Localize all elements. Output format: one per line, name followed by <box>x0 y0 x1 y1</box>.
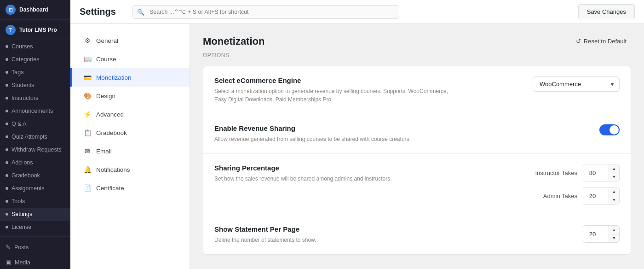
sidebar-item-add-ons[interactable]: Add-ons <box>0 156 70 169</box>
settings-nav-label: Monetization <box>96 74 132 81</box>
sidebar-item-withdraw-requests[interactable]: Withdraw Requests <box>0 143 70 156</box>
sidebar-item-label: Withdraw Requests <box>12 146 61 153</box>
settings-nav-item-course[interactable]: 📖Course <box>70 50 190 68</box>
course-icon: 📖 <box>83 55 92 63</box>
settings-nav-label: Design <box>96 93 115 99</box>
sidebar-item-students[interactable]: Students <box>0 79 70 92</box>
admin-decrement-button[interactable]: ▼ <box>609 196 619 204</box>
settings-nav-item-email[interactable]: ✉Email <box>70 142 190 160</box>
dashboard-label[interactable]: Dashboard <box>19 6 48 13</box>
admin-takes-field: Admin Takes ▲ ▼ <box>543 187 620 205</box>
sidebar-item-posts[interactable]: ✎ Posts <box>0 240 70 255</box>
admin-spinners: ▲ ▼ <box>609 187 619 204</box>
sidebar-item-gradebook[interactable]: Gradebook <box>0 169 70 182</box>
sidebar-item-label: Gradebook <box>12 172 40 179</box>
monetization-title: Monetization <box>203 35 264 47</box>
revenue-sharing-card: Enable Revenue Sharing Allow revenue gen… <box>203 114 631 154</box>
show-statement-card: Show Statement Per Page Define the numbe… <box>203 215 631 254</box>
revenue-sharing-info: Enable Revenue Sharing Allow revenue gen… <box>214 124 590 143</box>
sidebar-item-courses[interactable]: Courses <box>0 40 70 53</box>
sidebar-item-settings[interactable]: Settings <box>0 208 70 221</box>
revenue-sharing-toggle[interactable] <box>599 124 620 135</box>
ecommerce-engine-desc: Select a monetization option to generate… <box>214 87 454 104</box>
instructor-takes-input[interactable] <box>583 166 609 180</box>
sidebar-dot <box>6 226 8 228</box>
revenue-sharing-row: Enable Revenue Sharing Allow revenue gen… <box>214 124 620 143</box>
plugin-header: T Tutor LMS Pro <box>0 20 70 40</box>
statement-decrement-button[interactable]: ▼ <box>609 234 619 242</box>
save-button[interactable]: Save Changes <box>578 4 635 19</box>
sidebar-item-label: Settings <box>12 211 32 217</box>
topbar: Settings 🔍 Save Changes <box>70 0 644 24</box>
settings-nav-item-notifications[interactable]: 🔔Notifications <box>70 160 190 179</box>
sidebar-item-instructors[interactable]: Instructors <box>0 92 70 105</box>
search-bar: 🔍 <box>132 5 399 19</box>
sidebar-item-quiz-attempts[interactable]: Quiz Attempts <box>0 130 70 143</box>
media-icon: ▣ <box>6 259 11 266</box>
sidebar-item-categories[interactable]: Categories <box>0 53 70 66</box>
settings-nav-item-advanced[interactable]: ⚡Advanced <box>70 105 190 123</box>
sidebar-item-label: Students <box>12 82 34 88</box>
sidebar-item-label: Instructors <box>12 95 38 101</box>
ecommerce-engine-title: Select eCommerce Engine <box>214 76 523 84</box>
admin-takes-input-wrap: ▲ ▼ <box>583 187 620 205</box>
sharing-percentage-info: Sharing Percentage Set how the sales rev… <box>214 164 526 183</box>
search-wrapper: 🔍 <box>132 5 399 19</box>
ecommerce-engine-select[interactable]: WooCommerce Easy Digital Downloads Paid … <box>533 76 620 92</box>
sidebar-item-label: Q & A <box>12 121 27 127</box>
sidebar-item-label: Quiz Attempts <box>12 134 47 140</box>
settings-header: Monetization ↺ Reset to Default <box>203 35 631 47</box>
sidebar: ⊞ Dashboard T Tutor LMS Pro CoursesCateg… <box>0 0 70 269</box>
sidebar-item-media[interactable]: ▣ Media <box>0 255 70 269</box>
instructor-decrement-button[interactable]: ▼ <box>609 173 619 181</box>
reset-to-default-button[interactable]: ↺ Reset to Default <box>571 35 631 47</box>
sidebar-item-qa[interactable]: Q & A <box>0 117 70 130</box>
sidebar-nav: CoursesCategoriesTagsStudentsInstructors… <box>0 40 70 234</box>
sidebar-item-label: Assignments <box>12 185 45 192</box>
search-icon: 🔍 <box>137 8 144 15</box>
sidebar-item-label: Categories <box>12 56 39 63</box>
instructor-takes-label: Instructor Takes <box>535 170 577 176</box>
search-input[interactable] <box>132 5 399 19</box>
instructor-takes-input-wrap: ▲ ▼ <box>583 164 620 181</box>
show-statement-input[interactable] <box>583 227 609 241</box>
sidebar-dot <box>6 97 8 99</box>
sharing-percentage-desc: Set how the sales revenue will be shared… <box>214 175 454 183</box>
instructor-increment-button[interactable]: ▲ <box>609 164 619 173</box>
reset-label: Reset to Default <box>584 38 627 45</box>
show-statement-input-wrap: ▲ ▼ <box>583 225 620 243</box>
plugin-label[interactable]: Tutor LMS Pro <box>19 27 57 33</box>
sidebar-item-tools[interactable]: Tools <box>0 195 70 208</box>
settings-nav-item-certificate[interactable]: 📄Certificate <box>70 179 190 197</box>
sidebar-item-assignments[interactable]: Assignments <box>0 182 70 195</box>
sidebar-item-announcements[interactable]: Announcements <box>0 105 70 117</box>
email-icon: ✉ <box>83 147 92 155</box>
sidebar-dot <box>6 161 8 164</box>
settings-nav-item-gradebook[interactable]: 📋Gradebook <box>70 123 190 142</box>
settings-nav-item-monetization[interactable]: 💳Monetization <box>70 68 190 87</box>
sidebar-item-label: Add-ons <box>12 159 33 166</box>
admin-takes-label: Admin Takes <box>543 193 577 199</box>
gradebook-icon: 📋 <box>83 129 92 137</box>
settings-nav-item-general[interactable]: ⚙General <box>70 31 190 50</box>
show-statement-info: Show Statement Per Page Define the numbe… <box>214 225 574 244</box>
sidebar-item-tags[interactable]: Tags <box>0 66 70 79</box>
show-statement-title: Show Statement Per Page <box>214 225 574 233</box>
sidebar-item-label: Tools <box>12 198 25 205</box>
sidebar-item-label: License <box>12 224 31 230</box>
sidebar-divider <box>0 236 70 237</box>
sidebar-item-license[interactable]: License <box>0 221 70 234</box>
statement-increment-button[interactable]: ▲ <box>609 226 619 234</box>
sidebar-item-label: Announcements <box>12 108 53 114</box>
settings-nav-item-design[interactable]: 🎨Design <box>70 87 190 105</box>
content-row: ⚙General📖Course💳Monetization🎨Design⚡Adva… <box>70 24 644 269</box>
instructor-spinners: ▲ ▼ <box>609 164 619 181</box>
sidebar-dot <box>6 123 8 125</box>
admin-increment-button[interactable]: ▲ <box>609 187 619 196</box>
ecommerce-engine-card: Select eCommerce Engine Select a monetiz… <box>203 66 631 114</box>
settings-nav-label: Course <box>96 56 116 63</box>
settings-nav-label: Advanced <box>96 111 124 118</box>
monetization-icon: 💳 <box>83 73 92 82</box>
dashboard-icon: ⊞ <box>6 5 16 15</box>
admin-takes-input[interactable] <box>583 189 609 203</box>
